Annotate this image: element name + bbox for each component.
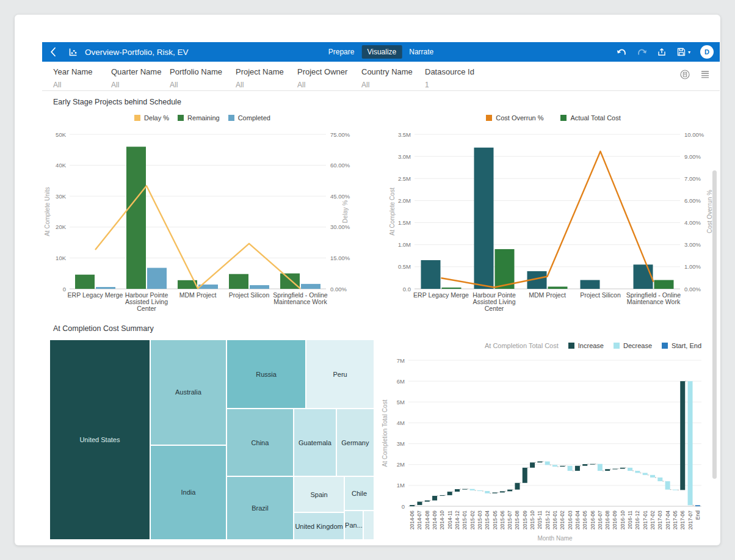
treemap-cell-peru[interactable]: Peru — [306, 340, 374, 409]
treemap-cell-united-states[interactable]: United States — [49, 340, 150, 540]
treemap-cell-australia[interactable]: Australia — [150, 340, 226, 445]
treemap-cell-russia[interactable]: Russia — [226, 340, 306, 409]
waterfall-bar[interactable] — [425, 500, 430, 501]
legend-item[interactable]: Decrease — [614, 342, 652, 349]
bar-segment[interactable] — [654, 280, 674, 289]
filter-year-name[interactable]: Year Name All — [53, 67, 111, 89]
bar-segment[interactable] — [280, 274, 300, 289]
waterfall-bar[interactable] — [665, 481, 670, 490]
bar-segment[interactable] — [421, 260, 441, 289]
bar-segment[interactable] — [442, 288, 462, 289]
bar-segment[interactable] — [250, 285, 269, 289]
waterfall-bar[interactable] — [485, 491, 490, 493]
legend-item[interactable]: Increase — [568, 342, 604, 349]
bar-segment[interactable] — [634, 264, 653, 289]
waterfall-bar[interactable] — [575, 466, 580, 471]
waterfall-bar[interactable] — [582, 464, 587, 466]
redo-button[interactable] — [637, 48, 647, 57]
filter-project-name[interactable]: Project Name All — [236, 67, 297, 89]
waterfall-bar[interactable] — [462, 489, 467, 490]
waterfall-bar[interactable] — [440, 495, 444, 496]
waterfall-bar[interactable] — [643, 473, 648, 475]
tab-visualize[interactable]: Visualize — [361, 45, 402, 59]
waterfall-bar[interactable] — [530, 462, 535, 468]
user-avatar[interactable]: D — [700, 45, 714, 59]
tab-narrate[interactable]: Narrate — [404, 45, 439, 59]
back-button[interactable] — [42, 42, 64, 62]
waterfall-bar[interactable] — [688, 381, 693, 505]
waterfall-bar[interactable] — [432, 496, 437, 501]
waterfall-bar[interactable] — [523, 468, 527, 483]
waterfall-bar[interactable] — [493, 492, 498, 493]
waterfall-bar[interactable] — [590, 464, 595, 465]
share-button[interactable] — [657, 47, 667, 57]
treemap-cell-guatemala[interactable]: Guatemala — [294, 409, 336, 476]
undo-button[interactable] — [617, 48, 627, 57]
waterfall-bar[interactable] — [455, 489, 460, 492]
legend-item[interactable]: Delay % — [134, 114, 169, 122]
waterfall-bar[interactable] — [500, 491, 505, 492]
save-button[interactable]: ▾ — [676, 47, 690, 57]
treemap-cell-germany[interactable]: Germany — [336, 409, 374, 476]
legend-item[interactable]: Remaining — [178, 114, 220, 122]
waterfall-bar[interactable] — [507, 490, 512, 492]
treemap-cell-brazil[interactable]: Brazil — [226, 476, 294, 540]
waterfall-bar[interactable] — [635, 471, 640, 473]
treemap-cell-pan-[interactable]: Pan... — [344, 511, 363, 540]
treemap-cell-united-kingdom[interactable]: United Kingdom — [294, 512, 344, 540]
filter-country-name[interactable]: Country Name All — [361, 67, 425, 89]
waterfall-bar[interactable] — [605, 469, 610, 471]
bar-segment[interactable] — [548, 286, 568, 289]
filter-bar-options-button[interactable] — [679, 69, 690, 80]
treemap-cell-unlabeled[interactable] — [363, 511, 374, 540]
waterfall-bar[interactable] — [680, 381, 685, 490]
filter-portfolio-name[interactable]: Portfolio Name All — [170, 67, 236, 89]
waterfall-bar[interactable] — [598, 464, 603, 471]
waterfall-bar[interactable] — [470, 489, 475, 490]
waterfall-bar[interactable] — [657, 478, 662, 481]
bar-segment[interactable] — [75, 275, 95, 289]
waterfall-bar[interactable] — [537, 462, 542, 463]
waterfall-bar[interactable] — [545, 462, 550, 465]
waterfall-bar[interactable] — [650, 475, 655, 478]
vertical-scrollbar[interactable] — [712, 170, 717, 479]
filter-project-owner[interactable]: Project Owner All — [297, 67, 361, 89]
treemap-cell-china[interactable]: China — [226, 409, 294, 476]
bar-segment[interactable] — [126, 147, 146, 289]
waterfall-bar[interactable] — [612, 469, 617, 470]
waterfall-bar[interactable] — [568, 466, 573, 471]
filter-quarter-name[interactable]: Quarter Name All — [111, 67, 170, 89]
legend-item[interactable]: Start, End — [662, 342, 701, 349]
cost-combo-chart[interactable]: 0.00.00%0.5M1.00%1.0M3.00%1.5M4.00%2.0M6… — [387, 125, 720, 320]
waterfall-bar[interactable] — [447, 492, 452, 495]
legend-item[interactable]: Completed — [228, 114, 270, 122]
schedule-combo-chart[interactable]: 00.00%10K15.00%20K30.00%30K45.00%40K60.0… — [42, 125, 363, 320]
waterfall-bar[interactable] — [628, 468, 632, 471]
waterfall-end-bar[interactable] — [695, 505, 700, 506]
waterfall-bar[interactable] — [552, 465, 557, 467]
treemap-cell-spain[interactable]: Spain — [294, 476, 344, 512]
bar-segment[interactable] — [147, 268, 167, 289]
cost-waterfall-chart[interactable]: 01M2M3M4M5M6M7M2014-062014-072014-082014… — [380, 354, 717, 548]
waterfall-bar[interactable] — [620, 468, 625, 469]
tab-prepare[interactable]: Prepare — [323, 45, 360, 59]
bar-segment[interactable] — [495, 249, 515, 289]
bar-segment[interactable] — [581, 280, 600, 289]
filter-datasource-id[interactable]: Datasource Id 1 — [425, 67, 480, 89]
waterfall-bar[interactable] — [515, 483, 520, 490]
waterfall-bar[interactable] — [477, 490, 482, 491]
canvas-menu-button[interactable] — [700, 70, 710, 79]
line-series[interactable] — [95, 186, 300, 288]
treemap-cell-india[interactable]: India — [150, 445, 226, 540]
legend-item[interactable]: Actual Total Cost — [560, 114, 620, 122]
legend-item[interactable]: Cost Overrun % — [486, 114, 543, 122]
waterfall-bar[interactable] — [417, 501, 422, 504]
waterfall-bar[interactable] — [673, 490, 678, 490]
treemap-cell-chile[interactable]: Chile — [344, 476, 374, 511]
bar-segment[interactable] — [229, 274, 248, 289]
bar-segment[interactable] — [301, 284, 320, 289]
waterfall-bar[interactable] — [410, 505, 415, 506]
waterfall-bar[interactable] — [560, 466, 565, 467]
bar-segment[interactable] — [474, 148, 494, 289]
bar-segment[interactable] — [96, 287, 115, 289]
